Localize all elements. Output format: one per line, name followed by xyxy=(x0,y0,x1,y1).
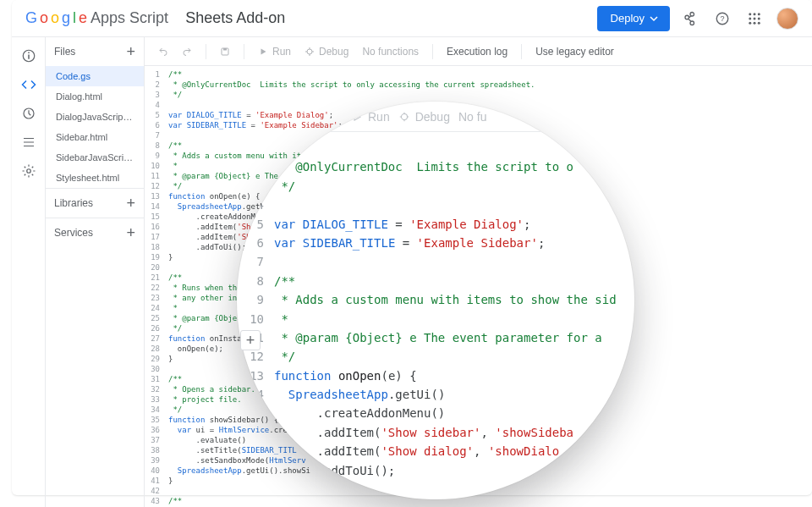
file-item[interactable]: DialogJavaScript.html xyxy=(46,107,144,127)
svg-rect-13 xyxy=(28,52,30,54)
function-select[interactable]: No functions xyxy=(357,43,424,60)
magnifier-overlay: Run Debug No fu 123456789101112131415161… xyxy=(237,102,634,499)
execution-log-button[interactable]: Execution log xyxy=(442,43,513,60)
run-button[interactable]: Run xyxy=(253,43,296,60)
svg-point-18 xyxy=(307,49,312,54)
svg-point-8 xyxy=(749,21,751,24)
project-settings-icon[interactable] xyxy=(19,161,39,181)
mag-nofunc: No fu xyxy=(458,110,486,124)
svg-point-15 xyxy=(26,169,30,174)
svg-rect-12 xyxy=(28,55,30,59)
project-title[interactable]: Sheets Add-on xyxy=(185,9,285,27)
svg-point-7 xyxy=(758,17,760,19)
svg-point-4 xyxy=(758,13,760,15)
save-button[interactable] xyxy=(215,44,235,59)
add-library-button[interactable]: + xyxy=(126,196,135,211)
product-name: Apps Script xyxy=(91,9,168,27)
debug-button[interactable]: Debug xyxy=(299,43,354,60)
mag-debug-button: Debug xyxy=(398,110,450,124)
editor-toolbar: Run Debug No functions Execution log Use… xyxy=(145,37,812,66)
file-item[interactable]: Code.gs xyxy=(46,66,144,86)
google-logo: Google xyxy=(25,9,87,27)
svg-point-9 xyxy=(754,21,756,24)
redo-button[interactable] xyxy=(177,44,197,59)
svg-point-6 xyxy=(754,17,756,19)
svg-point-2 xyxy=(749,13,751,15)
overview-icon[interactable] xyxy=(19,46,39,66)
add-file-button[interactable]: + xyxy=(126,44,135,59)
legacy-editor-link[interactable]: Use legacy editor xyxy=(530,43,619,60)
undo-button[interactable] xyxy=(153,44,173,59)
deploy-button[interactable]: Deploy xyxy=(597,6,670,31)
editor-icon[interactable] xyxy=(19,74,39,95)
file-item[interactable]: SidebarJavaScript.html xyxy=(46,147,144,168)
add-service-button[interactable]: + xyxy=(126,225,135,240)
executions-icon[interactable] xyxy=(19,132,39,152)
account-avatar[interactable] xyxy=(776,8,798,30)
add-sheet-button[interactable]: + xyxy=(240,330,261,350)
svg-point-21 xyxy=(401,113,407,119)
services-heading: Services xyxy=(54,227,93,239)
file-item[interactable]: Stylesheet.html xyxy=(46,168,144,188)
svg-text:?: ? xyxy=(720,14,724,23)
apps-grid-icon[interactable] xyxy=(743,7,766,30)
file-item[interactable]: Dialog.html xyxy=(46,86,144,107)
chevron-down-icon xyxy=(650,14,658,23)
triggers-icon[interactable] xyxy=(19,103,39,124)
header: Google Apps Script Sheets Add-on Deploy … xyxy=(12,0,812,37)
files-panel: Files + Code.gsDialog.htmlDialogJavaScri… xyxy=(46,37,145,507)
file-item[interactable]: Sidebar.html xyxy=(46,127,144,147)
files-heading: Files xyxy=(54,46,75,58)
svg-rect-17 xyxy=(223,48,227,51)
help-icon[interactable]: ? xyxy=(710,7,734,30)
share-icon[interactable] xyxy=(678,7,702,30)
libraries-heading: Libraries xyxy=(54,197,93,209)
svg-point-3 xyxy=(754,13,756,15)
left-rail xyxy=(12,37,46,507)
svg-point-10 xyxy=(758,21,760,24)
svg-point-5 xyxy=(749,17,751,19)
